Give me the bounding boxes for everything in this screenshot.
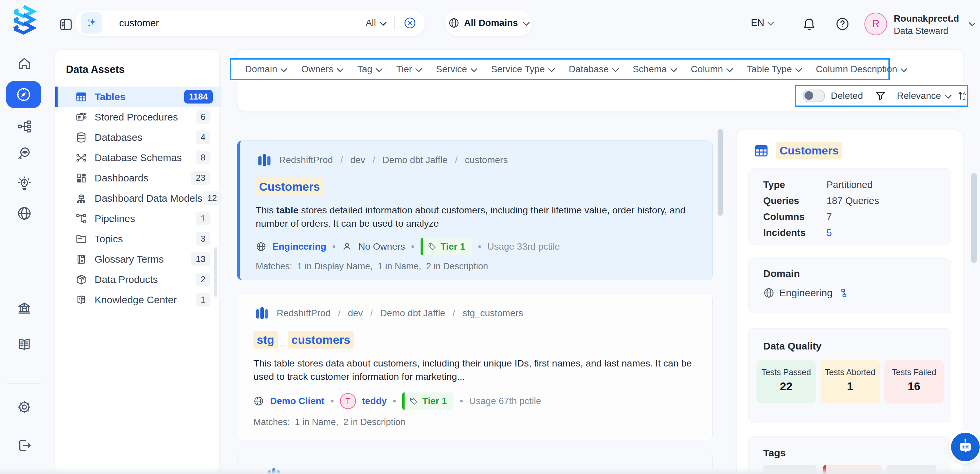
sidebar-item-tables[interactable]: Tables 1184 (55, 87, 221, 107)
filter-tier[interactable]: Tier (396, 64, 421, 75)
sidebar-item-data-products[interactable]: Data Products 2 (55, 269, 219, 289)
ai-sparkle-icon[interactable] (81, 12, 102, 33)
title-separator: _ (280, 333, 286, 347)
avatar-initial: R (872, 18, 880, 30)
asset-label: Glossary Terms (95, 254, 191, 265)
result-meta-row: Engineering • No Owners • Tier 1 • Usage… (256, 238, 560, 255)
nav-explore-active[interactable] (6, 81, 41, 108)
nav-observability-icon[interactable] (17, 145, 32, 161)
tests-passed-stat: Tests Passed 22 (757, 360, 816, 403)
filter-tag[interactable]: Tag (357, 64, 382, 75)
sidebar-item-dashboard-data-models[interactable]: Dashboard Data Models 12 (55, 188, 219, 208)
sort-order-icon[interactable]: AZ (957, 90, 969, 102)
nav-governance-icon[interactable] (17, 301, 32, 316)
robot-icon (956, 438, 974, 456)
result-card-customers[interactable]: RedshiftProd / dev / Demo dbt Jaffle / c… (237, 140, 713, 280)
result-title-link[interactable]: Customers (256, 178, 323, 196)
domain-name[interactable]: Engineering (779, 287, 832, 299)
sidebar-item-pipelines[interactable]: Pipelines 1 (55, 208, 219, 229)
tags-section-title: Tags (763, 447, 786, 459)
breadcrumb-schema[interactable]: Demo dbt Jaffle (383, 155, 448, 165)
filter-owners[interactable]: Owners (301, 64, 342, 75)
tier-badge[interactable]: Tier 1 (421, 238, 472, 255)
info-value: 7 (826, 212, 832, 222)
breadcrumb-database[interactable]: dev (348, 308, 363, 318)
filter-label: Column (691, 64, 723, 75)
domain-link[interactable]: Engineering (272, 241, 326, 252)
asset-count-badge: 13 (191, 252, 210, 266)
results-scrollbar[interactable] (718, 129, 723, 216)
user-menu-chevron-icon[interactable] (968, 21, 975, 27)
language-dropdown[interactable]: EN (751, 17, 773, 28)
info-value: Partitioned (826, 180, 873, 190)
nav-domains-globe-icon[interactable] (17, 206, 32, 221)
breadcrumb-service[interactable]: RedshiftProd (277, 308, 331, 318)
nav-logout-icon[interactable] (17, 438, 32, 453)
breadcrumb-table[interactable]: customers (465, 155, 508, 165)
domain-link[interactable]: Demo Client (270, 396, 325, 406)
help-icon[interactable] (835, 17, 850, 31)
rail-divider (7, 383, 41, 384)
tier-label: Tier 1 (441, 241, 465, 252)
result-title-link[interactable]: stg _ customers (253, 331, 354, 348)
domain-selector-dropdown[interactable]: All Domains (445, 10, 532, 36)
asset-count-badge: 1 (196, 212, 210, 225)
clear-search-icon[interactable] (394, 16, 417, 30)
page-scrollbar[interactable] (971, 173, 977, 263)
filter-column[interactable]: Column (691, 64, 732, 75)
search-highlight: Customers (256, 178, 323, 196)
owner-link[interactable]: teddy (362, 396, 387, 406)
filter-domain[interactable]: Domain (245, 64, 286, 75)
global-search-bar[interactable]: customer All (75, 10, 425, 36)
sidebar-toggle-icon[interactable] (59, 17, 73, 32)
chat-assistant-button[interactable] (951, 433, 980, 461)
sidebar-item-databases[interactable]: Databases 4 (55, 127, 219, 148)
summary-title-link[interactable]: Customers (776, 142, 842, 159)
sidebar-item-knowledge-center[interactable]: Knowledge Center 1 (55, 289, 219, 310)
app-logo[interactable] (10, 5, 37, 38)
filter-service-type[interactable]: Service Type (491, 64, 554, 75)
stat-label: Tests Failed (885, 367, 944, 377)
nav-home-icon[interactable] (17, 56, 32, 71)
knowledge-center-icon (75, 294, 87, 306)
asset-label: Knowledge Center (95, 294, 196, 305)
result-card-stg-customers[interactable]: RedshiftProd / dev / Demo dbt Jaffle / s… (237, 294, 713, 441)
breadcrumb-service[interactable]: RedshiftProd (279, 155, 333, 165)
filter-funnel-icon[interactable] (875, 90, 886, 102)
search-scope-dropdown[interactable]: All (366, 17, 386, 28)
filter-column-description[interactable]: Column Description (816, 64, 907, 75)
notifications-bell-icon[interactable] (802, 17, 816, 31)
filter-service[interactable]: Service (436, 64, 476, 75)
sidebar-item-database-schemas[interactable]: Database Schemas 8 (55, 148, 219, 168)
search-input[interactable]: customer (119, 17, 366, 29)
sidebar-item-stored-procedures[interactable]: Stored Procedures 6 (55, 107, 219, 127)
sidebar-item-glossary-terms[interactable]: Glossary Terms 13 (55, 249, 219, 269)
deleted-toggle[interactable] (803, 89, 825, 102)
sidebar-item-dashboards[interactable]: Dashboards 23 (55, 168, 219, 188)
user-avatar[interactable]: R (864, 13, 887, 35)
incidents-count-link[interactable]: 5 (826, 227, 832, 238)
match-summary: Matches: 1 in Name, 2 in Description (253, 417, 405, 428)
filter-table-type[interactable]: Table Type (747, 64, 801, 75)
nav-settings-gear-icon[interactable] (17, 399, 32, 415)
assets-scrollbar[interactable] (214, 247, 218, 297)
tier-badge[interactable]: Tier 1 (402, 393, 453, 410)
nav-glossary-icon[interactable] (17, 337, 32, 352)
filter-label: Tier (396, 64, 412, 75)
breadcrumb-schema[interactable]: Demo dbt Jaffle (380, 308, 445, 318)
hierarchy-link-icon[interactable] (837, 288, 847, 298)
filter-database[interactable]: Database (569, 64, 618, 75)
filter-label: Domain (245, 64, 277, 75)
table-icon (75, 91, 87, 103)
search-highlight: customers (288, 331, 354, 348)
filter-schema[interactable]: Schema (633, 64, 676, 75)
sidebar-item-topics[interactable]: Topics 3 (55, 229, 219, 249)
sort-by-dropdown[interactable]: Relevance (897, 91, 951, 101)
database-icon (75, 132, 87, 143)
data-assets-title: Data Assets (66, 64, 124, 76)
breadcrumb-database[interactable]: dev (350, 155, 365, 165)
search-scope-label: All (366, 17, 376, 28)
breadcrumb-table[interactable]: stg_customers (463, 308, 523, 318)
nav-insights-icon[interactable] (17, 176, 32, 191)
nav-lineage-icon[interactable] (17, 119, 32, 134)
